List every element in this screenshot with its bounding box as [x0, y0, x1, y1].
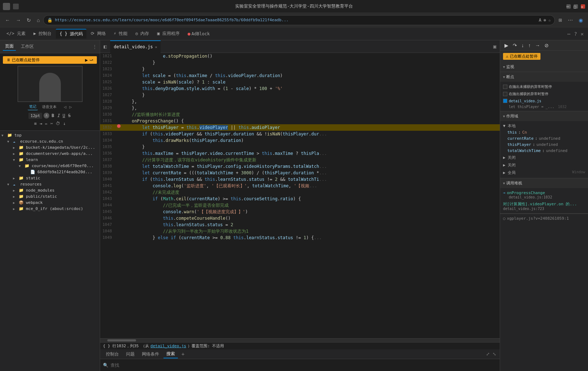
font-color-button[interactable]: A	[44, 113, 49, 119]
tab-performance[interactable]: ⚡ 性能	[110, 29, 131, 38]
tab-adblock[interactable]: ● AdBlock	[184, 30, 213, 38]
tree-item-top[interactable]: ▼ 📁 top	[0, 132, 100, 138]
edge-icon[interactable]: ◉	[576, 16, 585, 24]
extensions-button[interactable]: ⊞	[556, 16, 564, 24]
step-button[interactable]: ⤻	[89, 57, 93, 63]
tab-close-icon[interactable]: ✕	[155, 45, 157, 49]
back-button[interactable]: ←	[3, 16, 12, 24]
caught-cb[interactable]	[503, 92, 507, 96]
breakpoints-header[interactable]: ▼ 断点	[500, 72, 588, 82]
stack-item-1[interactable]: → onProgressChange detail_video.js:1032	[503, 189, 585, 200]
code-line-1031[interactable]: 1031 onProgressChange() {	[100, 118, 500, 124]
code-line-1036[interactable]: 1036 this.maxTime = thisPlayer.video.cur…	[100, 150, 500, 157]
code-line-1039[interactable]: 1039 let currentRate = (((totalWatchTime…	[100, 170, 500, 176]
editor-tab-detail-video[interactable]: detail_video.js ✕	[110, 40, 161, 53]
deactivate-breakpoints-button[interactable]: ⊘	[543, 42, 550, 49]
underline-button[interactable]: U	[62, 112, 66, 119]
sidebar-menu-button[interactable]: ⋮	[93, 44, 97, 49]
expand-button[interactable]: ⤡	[492, 351, 497, 357]
tree-item-publicstatic[interactable]: ▶ 📁 public/static	[0, 193, 100, 200]
align-button[interactable]: ≡	[33, 120, 37, 127]
code-line-1041[interactable]: 1041 console.log('监听进度', '【已观看时长】', tota…	[100, 183, 500, 189]
code-line-1028[interactable]: 1028 },	[100, 98, 500, 105]
scope-close2-header[interactable]: ▶ 关闭	[503, 161, 585, 169]
tab-console[interactable]: ▶ 控制台	[30, 29, 55, 38]
code-line-1024[interactable]: 1024 let scale = (this.maxTime / this.vi…	[100, 72, 500, 79]
search-input[interactable]	[111, 363, 497, 368]
uncaught-cb[interactable]	[503, 85, 507, 89]
code-line-1040[interactable]: 1040 if (this.learnStatus && this.learnS…	[100, 176, 500, 183]
tree-item-course[interactable]: ▼ 📁 course/mooc/e6d6f70eef0...	[0, 163, 100, 169]
italic-button[interactable]: I	[57, 112, 60, 119]
panel-left-button[interactable]: ◧	[100, 41, 110, 52]
tree-item-mce[interactable]: ▶ 📁 mce_0_ifr (about:srcdoc)	[0, 206, 100, 212]
refresh-button[interactable]: ↻	[24, 16, 33, 24]
sidebar-tab-page[interactable]: 页面	[3, 43, 16, 51]
maximize-button[interactable]: □	[574, 4, 578, 9]
forward-button[interactable]: →	[14, 16, 23, 24]
code-line-1032[interactable]: 1032 let thisPlayer = this.videoPlayer |…	[100, 124, 500, 131]
step-into-button[interactable]: ↓	[520, 42, 525, 49]
code-line-1037[interactable]: 1037 //计算学习进度，该字段在videohistory插件中集成更新	[100, 157, 500, 163]
code-line-1034[interactable]: 1034 this.drawMarks(thisPlayer.duration)	[100, 137, 500, 144]
tree-item-bucket[interactable]: ▶ 📁 bucket-k/imagedata/User/2c...	[0, 144, 100, 151]
step-button[interactable]: →	[534, 42, 542, 49]
caught-exception-toggle[interactable]: 在抛出捕获的异常时暂停	[503, 90, 585, 98]
network-conditions-tab-button[interactable]: 网络条件	[139, 350, 162, 358]
sidebar-tab-workspace[interactable]: 工作区	[19, 43, 36, 50]
code-line-1043[interactable]: 1043 if (Math.ceil(currentRate) >= this.…	[100, 196, 500, 202]
tab-application[interactable]: ▣ 应用程序	[153, 29, 183, 38]
breakpoint-entry[interactable]: detail_video.js	[503, 98, 585, 104]
tree-item-resources[interactable]: ▼ ☁ resources	[0, 181, 100, 187]
voice-tab-button[interactable]: 语音文本	[41, 104, 58, 110]
bp-checkbox[interactable]	[503, 99, 507, 103]
console-tab-button[interactable]: 控制台	[103, 350, 122, 358]
scope-header[interactable]: ▼ 作用域	[500, 111, 588, 121]
more-tabs-button[interactable]: ⋯	[566, 30, 572, 38]
tab-sources[interactable]: { } 源代码	[56, 29, 86, 39]
uncaught-exception-toggle[interactable]: 在抛出未捕获的异常时暂停	[503, 83, 585, 90]
tree-item-ecourse[interactable]: ▼ ☁ ecourse.scu.edu.cn	[0, 138, 100, 144]
help-button[interactable]: ?	[573, 30, 578, 38]
indent-button[interactable]: ⇥	[39, 120, 43, 127]
code-line-1035[interactable]: 1035 }	[100, 144, 500, 150]
resume-execution-button[interactable]: ▶	[503, 42, 510, 49]
close-devtools-button[interactable]: ✕	[579, 30, 585, 38]
code-line-1030[interactable]: 1030 //监听播放时长计算进度	[100, 111, 500, 118]
code-line-1047[interactable]: 1047 this.learnStatus.status = 2	[100, 222, 500, 228]
code-line-1044[interactable]: 1044 //已完成一半，监听是否全部完成	[100, 202, 500, 209]
tree-item-documentserver[interactable]: ▶ 📁 documentserver/web-apps/a...	[0, 151, 100, 157]
tree-item-learn[interactable]: ▼ 📁 learn	[0, 157, 100, 163]
highlight-button[interactable]: ✏	[44, 120, 48, 127]
watch-header[interactable]: ▼ 监视	[500, 62, 588, 72]
strikethrough-button[interactable]: S	[67, 112, 71, 119]
step-out-button[interactable]: ↑	[527, 42, 532, 49]
code-scroll-area[interactable]: 1021 e.stopPropagation() 1022 } 1023	[100, 53, 500, 338]
code-line-1029[interactable]: 1029 },	[100, 105, 500, 111]
tree-item-webpack[interactable]: ▶ 📦 webpack	[0, 200, 100, 206]
scope-global-header[interactable]: ▶ 全局 Window	[503, 169, 585, 176]
tree-item-static[interactable]: ▶ 📁 static	[0, 175, 100, 181]
code-line-1021[interactable]: 1021 e.stopPropagation()	[100, 53, 500, 59]
tab-memory[interactable]: ◎ 内存	[132, 29, 153, 38]
code-line-1042[interactable]: 1042 //未完成进度	[100, 189, 500, 196]
callstack-header[interactable]: ▼ 调用堆栈	[500, 178, 588, 188]
more-button[interactable]: ⋯	[566, 16, 575, 24]
next-note-button[interactable]: ▷	[69, 104, 72, 109]
address-bar[interactable]: 🔒 https://ecourse.scu.edu.cn/learn/cours…	[43, 15, 555, 25]
resume-button[interactable]: ▶	[85, 57, 88, 63]
tab-network[interactable]: ⟳ 网络	[87, 29, 109, 38]
minimize-button[interactable]: ─	[566, 4, 571, 9]
code-line-1027[interactable]: 1027 }	[100, 92, 500, 98]
code-line-1026[interactable]: 1026 this.denyDragDom.style.width = (1 -…	[100, 85, 500, 92]
search-tab-button[interactable]: 搜索	[163, 350, 178, 358]
tree-item-nodemodules[interactable]: ▶ 📁 node_modules	[0, 187, 100, 193]
note-tab-button[interactable]: 笔记	[28, 103, 38, 110]
code-line-1049[interactable]: 1049 } else if (currentRate >= 0.88 this…	[100, 234, 500, 241]
prev-note-button[interactable]: ◁	[64, 104, 66, 109]
dock-button[interactable]: ⤢	[485, 351, 490, 357]
home-button[interactable]: ⌂	[35, 16, 42, 24]
issues-tab-button[interactable]: 问题	[123, 350, 138, 358]
tab-elements[interactable]: </> 元素	[3, 29, 29, 38]
tree-item-file-60d[interactable]: 📄 60ddfb9a121f4eadb20d...	[0, 169, 100, 175]
